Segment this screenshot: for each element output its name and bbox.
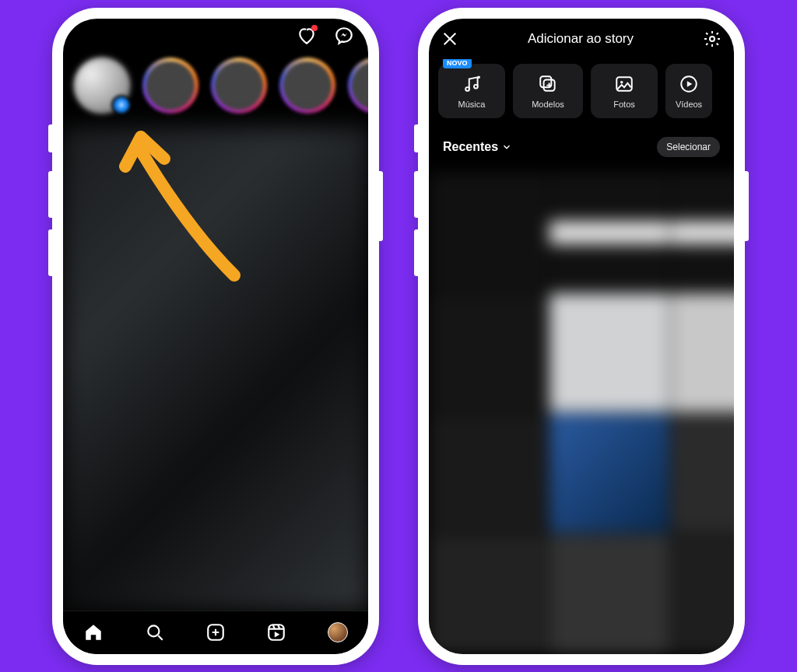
chip-label: Vídeos	[676, 100, 702, 109]
gallery-grid[interactable]	[429, 173, 734, 654]
gallery-thumb[interactable]	[429, 173, 548, 292]
chip-photos[interactable]: Fotos	[591, 64, 658, 118]
svg-point-21	[620, 81, 623, 83]
svg-point-11	[710, 37, 714, 41]
messenger-icon	[334, 26, 354, 46]
gallery-thumb[interactable]	[429, 414, 548, 533]
svg-rect-20	[616, 77, 632, 90]
instagram-feed-screen: +	[63, 19, 368, 654]
svg-point-0	[148, 625, 159, 636]
gear-icon	[703, 30, 722, 48]
story-header: Adicionar ao story	[429, 19, 734, 59]
phone-side-button	[414, 229, 418, 276]
activity-button[interactable]	[297, 26, 317, 46]
photo-icon	[613, 73, 635, 95]
chevron-down-icon	[501, 142, 512, 152]
select-multiple-button[interactable]: Selecionar	[657, 137, 720, 157]
search-icon	[145, 622, 165, 642]
nav-search[interactable]	[144, 621, 166, 643]
gallery-thumb[interactable]	[429, 534, 548, 653]
story-item[interactable]	[142, 58, 198, 114]
home-icon	[83, 622, 104, 642]
video-icon	[678, 73, 700, 95]
chip-label: Modelos	[532, 100, 564, 109]
bottom-nav	[63, 611, 368, 654]
gallery-thumb[interactable]	[671, 414, 735, 533]
gallery-thumb[interactable]	[549, 534, 669, 653]
chip-label: Fotos	[613, 100, 635, 109]
chip-label: Música	[458, 100, 486, 109]
nav-reels[interactable]	[265, 621, 287, 643]
plus-icon: +	[118, 98, 125, 112]
add-story-button[interactable]: +	[111, 95, 132, 115]
phone-side-button	[745, 171, 749, 241]
phone-side-button	[379, 171, 383, 241]
gallery-header: Recentes Selecionar	[429, 129, 734, 165]
story-item[interactable]	[211, 58, 267, 114]
phone-side-button	[414, 171, 418, 218]
feed-header	[63, 19, 368, 53]
phone-side-button	[414, 124, 418, 152]
gallery-thumb[interactable]	[429, 293, 548, 412]
chip-templates[interactable]: Modelos	[513, 64, 583, 118]
gallery-thumb[interactable]	[671, 534, 735, 653]
story-item[interactable]	[348, 58, 368, 114]
gallery-source-label: Recentes	[443, 140, 498, 154]
music-icon	[461, 73, 483, 95]
gallery-source-dropdown[interactable]: Recentes	[443, 140, 512, 154]
nav-home[interactable]	[83, 621, 104, 643]
svg-point-13	[474, 84, 478, 88]
svg-rect-5	[269, 625, 285, 640]
nav-profile[interactable]	[327, 621, 349, 643]
messenger-button[interactable]	[334, 26, 354, 46]
your-story[interactable]: +	[74, 58, 130, 114]
nav-create[interactable]	[205, 621, 226, 643]
gallery-thumb[interactable]	[671, 293, 735, 412]
close-button[interactable]	[441, 30, 458, 47]
reels-icon	[266, 622, 286, 642]
svg-line-1	[158, 635, 162, 639]
close-icon	[441, 30, 458, 47]
chip-music[interactable]: NOVO Música	[438, 64, 505, 118]
phone-side-button	[48, 229, 52, 276]
avatar-icon	[328, 622, 348, 642]
notification-dot-icon	[311, 25, 318, 31]
story-source-chips: NOVO Música Modelos Fotos	[429, 59, 734, 129]
templates-icon	[537, 73, 559, 95]
settings-button[interactable]	[703, 30, 722, 48]
chip-videos[interactable]: Vídeos	[665, 64, 712, 118]
phone-side-button	[48, 171, 52, 218]
gallery-thumb[interactable]	[671, 173, 735, 292]
svg-point-12	[465, 87, 469, 91]
gallery-thumb[interactable]	[549, 414, 669, 533]
phone-frame-right: Adicionar ao story NOVO Música Modelos	[418, 8, 745, 665]
add-to-story-screen: Adicionar ao story NOVO Música Modelos	[429, 19, 734, 654]
phone-side-button	[48, 124, 52, 152]
gallery-thumb[interactable]	[549, 173, 669, 292]
new-badge: NOVO	[443, 59, 472, 68]
gallery-thumb[interactable]	[549, 293, 669, 412]
plus-square-icon	[205, 622, 226, 642]
phone-frame-left: +	[52, 8, 379, 665]
feed-content-blurred[interactable]	[63, 128, 368, 611]
page-title: Adicionar ao story	[528, 31, 634, 47]
story-item[interactable]	[279, 58, 335, 114]
stories-row[interactable]: +	[63, 53, 368, 121]
